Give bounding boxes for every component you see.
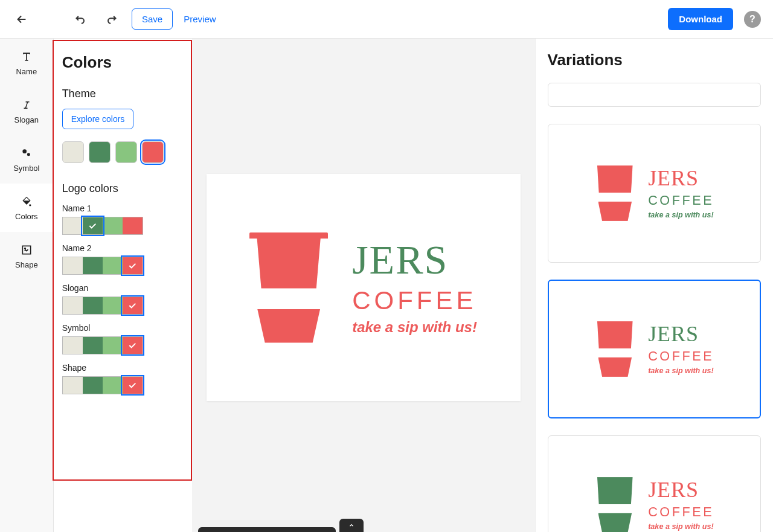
nav-name[interactable]: Name (0, 39, 53, 87)
color-swatch[interactable] (123, 337, 143, 354)
color-swatch[interactable] (103, 217, 123, 234)
variation-slogan: take a sip with us! (648, 522, 714, 530)
logo-preview: JERS COFFEE take a sip with us! (207, 174, 521, 401)
color-swatch[interactable] (103, 257, 123, 274)
variation-symbol (595, 321, 635, 377)
download-button[interactable]: Download (668, 8, 733, 30)
topbar: Save Preview Download ? (0, 0, 773, 39)
variation-name2: COFFEE (648, 193, 714, 208)
color-swatch[interactable] (123, 257, 143, 274)
variation-symbol (595, 165, 635, 221)
check-icon (123, 377, 143, 394)
check-icon (123, 297, 143, 314)
logo-symbol (249, 227, 328, 348)
variation-name2: COFFEE (648, 348, 714, 364)
variation-name2: COFFEE (648, 504, 714, 519)
nav-label: Symbol (13, 164, 39, 173)
logo-slogan: take a sip with us! (352, 319, 477, 336)
color-swatch[interactable] (123, 217, 143, 234)
theme-swatch[interactable] (115, 141, 137, 163)
text-icon (20, 50, 33, 63)
redo-button[interactable] (101, 10, 121, 29)
svg-point-2 (29, 204, 31, 206)
variation-card[interactable]: JERS COFFEE take a sip with us! (548, 280, 761, 418)
check-icon (123, 257, 143, 274)
check-icon (123, 337, 143, 354)
nav-label: Slogan (14, 115, 39, 124)
color-swatch[interactable] (63, 217, 83, 234)
color-swatch[interactable] (83, 257, 103, 274)
theme-swatch[interactable] (89, 141, 111, 163)
theme-label: Theme (62, 88, 182, 100)
variations-panel: Variations JERS COFFEE take a sip with u… (535, 39, 773, 532)
frame-icon (20, 243, 33, 257)
variation-name1: JERS (648, 168, 714, 190)
theme-swatch[interactable] (142, 141, 164, 163)
color-swatch[interactable] (123, 297, 143, 314)
color-swatch[interactable] (103, 377, 123, 394)
save-button[interactable]: Save (132, 8, 173, 30)
color-swatch[interactable] (63, 297, 83, 314)
preview-link[interactable]: Preview (184, 14, 216, 24)
color-swatch[interactable] (83, 377, 103, 394)
color-group-label: Slogan (62, 283, 182, 293)
shapes-icon (20, 147, 33, 160)
paint-icon (20, 195, 33, 208)
back-button[interactable] (12, 10, 31, 29)
color-swatch[interactable] (83, 337, 103, 354)
panel-title: Colors (62, 53, 182, 72)
variation-card[interactable]: JERS COFFEE take a sip with us! (548, 124, 761, 263)
color-swatch[interactable] (123, 377, 143, 394)
variation-slogan: take a sip with us! (648, 366, 714, 374)
svg-point-4 (24, 248, 25, 249)
color-row (62, 296, 143, 315)
svg-point-0 (22, 149, 27, 153)
variation-card[interactable]: JERS COFFEE take a sip with us! (548, 435, 761, 532)
color-group-label: Name 2 (62, 243, 182, 253)
nav-symbol[interactable]: Symbol (0, 135, 53, 184)
color-row (62, 257, 143, 275)
nav-label: Colors (15, 212, 38, 221)
color-swatch[interactable] (103, 337, 123, 354)
variation-slogan: take a sip with us! (648, 210, 714, 219)
canvas: JERS COFFEE take a sip with us! (192, 39, 535, 532)
nav-label: Name (16, 67, 37, 76)
help-button[interactable]: ? (744, 11, 761, 28)
logo-colors-label: Logo colors (62, 182, 182, 195)
left-nav: Name Slogan Symbol Colors Shape (0, 39, 54, 532)
bottom-bar (198, 527, 336, 532)
italic-icon (20, 98, 33, 112)
svg-rect-3 (22, 246, 30, 254)
variation-name1: JERS (648, 324, 714, 345)
variation-name1: JERS (648, 479, 714, 501)
logo-name1: JERS (352, 239, 448, 280)
colors-panel: Colors Theme Explore colors Logo colors … (53, 40, 192, 481)
theme-swatch[interactable] (62, 141, 84, 163)
color-group-label: Shape (62, 363, 182, 373)
color-swatch[interactable] (83, 297, 103, 314)
color-swatch[interactable] (63, 257, 83, 274)
expand-tab[interactable] (339, 519, 364, 532)
color-row (62, 336, 143, 354)
color-row (62, 217, 143, 235)
variations-title: Variations (548, 51, 761, 69)
explore-colors-button[interactable]: Explore colors (62, 109, 134, 129)
color-swatch[interactable] (63, 377, 83, 394)
color-swatch[interactable] (83, 217, 103, 234)
undo-button[interactable] (71, 10, 91, 29)
color-group-label: Name 1 (62, 204, 182, 213)
variation-symbol (595, 477, 635, 532)
color-swatch[interactable] (103, 297, 123, 314)
nav-colors[interactable]: Colors (0, 184, 53, 232)
check-icon (83, 217, 103, 234)
nav-shape[interactable]: Shape (0, 232, 53, 280)
theme-swatches (62, 141, 182, 163)
nav-label: Shape (15, 260, 38, 269)
color-row (62, 376, 143, 394)
svg-point-1 (27, 153, 30, 156)
color-swatch[interactable] (63, 337, 83, 354)
color-group-label: Symbol (62, 323, 182, 333)
variation-card[interactable] (548, 83, 761, 107)
nav-slogan[interactable]: Slogan (0, 87, 53, 135)
logo-name2: COFFEE (352, 286, 476, 315)
